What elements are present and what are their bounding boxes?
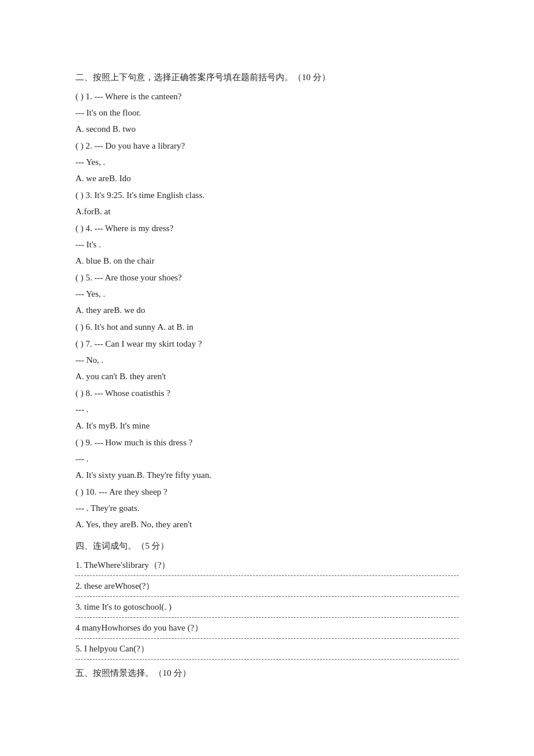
q5-line1: ( ) 5. --- Are those your shoes? xyxy=(75,270,459,286)
q1-line2: --- It's on the floor. xyxy=(75,105,459,121)
q7-block: ( ) 7. --- Can I wear my skirt today ? -… xyxy=(75,336,459,384)
q6-block: ( ) 6. It's hot and sunny A. at B. in xyxy=(75,319,459,335)
s4q4-dashed xyxy=(75,638,459,639)
q3-line1: ( ) 3. It's 9:25. It's time English clas… xyxy=(75,188,459,203)
q8-line2: --- . xyxy=(75,402,459,417)
q2-line3: A. we areB. Ido xyxy=(75,171,459,186)
q1-line1: ( ) 1. --- Where is the canteen? xyxy=(75,89,459,105)
q5-line3: A. they areB. we do xyxy=(75,303,459,318)
section4-title: 四、连词成句。（5 分） xyxy=(75,538,459,554)
s4q5-dashed xyxy=(75,659,459,660)
q4-line3: A. blue B. on the chair xyxy=(75,253,459,269)
q10-line1: ( ) 10. --- Are they sheep ? xyxy=(75,484,459,500)
section5: 五、按照情景选择。（10 分） xyxy=(75,665,459,681)
s4q5-block: 5. I helpyou Can(?） xyxy=(75,641,459,660)
q4-line1: ( ) 4. --- Where is my dress? xyxy=(75,221,459,236)
s4q1-block: 1. TheWhere'slibrary（?） xyxy=(75,557,459,576)
s4q1-dashed xyxy=(75,575,459,576)
q6-line1: ( ) 6. It's hot and sunny A. at B. in xyxy=(75,319,459,335)
q8-block: ( ) 8. --- Whose coatisthis ? --- . A. I… xyxy=(75,386,459,434)
s4q1-line1: 1. TheWhere'slibrary（?） xyxy=(75,557,459,573)
s4q3-dashed xyxy=(75,617,459,618)
q2-line1: ( ) 2. --- Do you have a library? xyxy=(75,138,459,154)
q1-block: ( ) 1. --- Where is the canteen? --- It'… xyxy=(75,89,459,137)
q10-block: ( ) 10. --- Are they sheep ? --- . They'… xyxy=(75,484,459,532)
q1-line3: A. second B. two xyxy=(75,121,459,137)
q2-block: ( ) 2. --- Do you have a library? --- Ye… xyxy=(75,138,459,186)
section4: 四、连词成句。（5 分） 1. TheWhere'slibrary（?） 2. … xyxy=(75,538,459,660)
q9-line1: ( ) 9. --- How much is this dress ? xyxy=(75,435,459,451)
q9-block: ( ) 9. --- How much is this dress ? --- … xyxy=(75,435,459,483)
q4-block: ( ) 4. --- Where is my dress? --- It's .… xyxy=(75,221,459,269)
s4q2-line1: 2. these areWhose(?） xyxy=(75,578,459,594)
q7-line2: --- No, . xyxy=(75,352,459,368)
s4q2-block: 2. these areWhose(?） xyxy=(75,578,459,597)
q10-line3: A. Yes, they areB. No, they aren't xyxy=(75,517,459,532)
s4q3-line1: 3. time It's to gotoschool(. ) xyxy=(75,599,459,615)
section5-title: 五、按照情景选择。（10 分） xyxy=(75,665,459,681)
q3-block: ( ) 3. It's 9:25. It's time English clas… xyxy=(75,188,459,219)
q9-line3: A. It's sixty yuan.B. They're fifty yuan… xyxy=(75,467,459,483)
q7-line3: A. you can't B. they aren't xyxy=(75,369,459,384)
s4q4-block: 4 manyHowhorses do you have (?） xyxy=(75,620,459,639)
s4q2-dashed xyxy=(75,596,459,597)
q7-line1: ( ) 7. --- Can I wear my skirt today ? xyxy=(75,336,459,352)
q9-line2: --- . xyxy=(75,451,459,467)
q10-line2: --- . They're goats. xyxy=(75,501,459,516)
section2-title: 二、按照上下句意，选择正确答案序号填在题前括号内。（10 分） xyxy=(75,70,459,85)
q5-line2: --- Yes, . xyxy=(75,286,459,302)
q3-line2: A.forB. at xyxy=(75,204,459,219)
section2: 二、按照上下句意，选择正确答案序号填在题前括号内。（10 分） ( ) 1. -… xyxy=(75,70,459,532)
q8-line1: ( ) 8. --- Whose coatisthis ? xyxy=(75,386,459,401)
q4-line2: --- It's . xyxy=(75,237,459,253)
s4q3-block: 3. time It's to gotoschool(. ) xyxy=(75,599,459,618)
s4q5-line1: 5. I helpyou Can(?） xyxy=(75,641,459,657)
q5-block: ( ) 5. --- Are those your shoes? --- Yes… xyxy=(75,270,459,318)
s4q4-line1: 4 manyHowhorses do you have (?） xyxy=(75,620,459,636)
q8-line3: A. It's myB. It's mine xyxy=(75,418,459,434)
q2-line2: --- Yes, . xyxy=(75,154,459,170)
